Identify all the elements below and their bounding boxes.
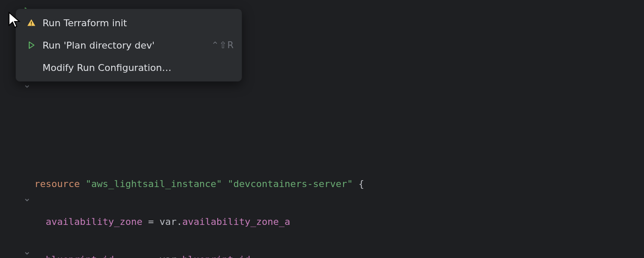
menu-item-run-terraform-init[interactable]: Run Terraform init (16, 12, 242, 34)
svg-rect-1 (31, 25, 32, 25)
svg-rect-0 (31, 22, 32, 24)
menu-item-modify-run-configuration[interactable]: Modify Run Configuration… (16, 56, 242, 79)
menu-item-label: Run Terraform init (43, 18, 234, 28)
menu-item-run-plan-directory-dev[interactable]: Run 'Plan directory dev' ⌃⇧R (16, 34, 242, 56)
code-line (34, 95, 644, 114)
menu-item-label: Modify Run Configuration… (43, 62, 234, 73)
warning-icon (26, 18, 36, 28)
run-icon (26, 40, 36, 50)
blank-icon (26, 62, 36, 73)
code-line: availability_zone = var.availability_zon… (34, 212, 644, 231)
fold-chevron-icon[interactable] (22, 249, 32, 258)
menu-item-shortcut: ⌃⇧R (211, 40, 234, 50)
fold-chevron-icon[interactable] (22, 195, 32, 205)
fold-chevron-icon[interactable] (22, 82, 32, 91)
run-context-menu: Run Terraform init Run 'Plan directory d… (15, 9, 242, 82)
code-line (34, 132, 644, 151)
code-line: blueprint_id = var.blueprint_id (34, 250, 644, 258)
code-line: resource "aws_lightsail_instance" "devco… (34, 175, 644, 194)
menu-item-label: Run 'Plan directory dev' (43, 40, 205, 51)
